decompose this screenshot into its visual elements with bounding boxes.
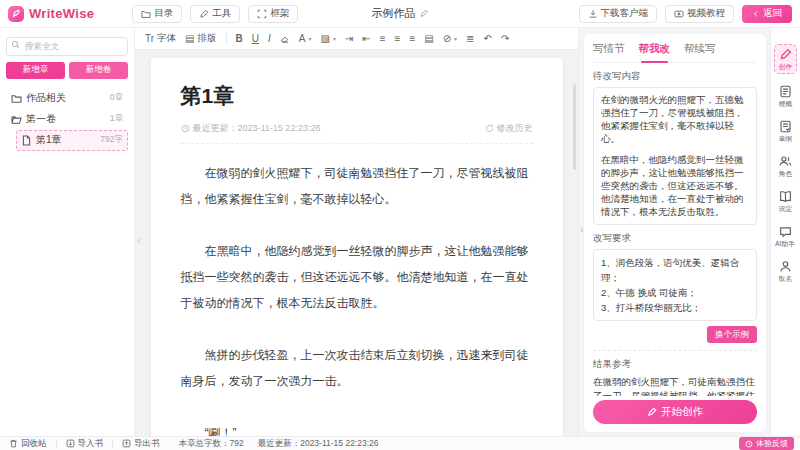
editor-scrollbar[interactable] [573, 84, 576, 170]
clear-format-icon[interactable] [280, 34, 290, 44]
font-color-picker[interactable]: A▾ [299, 34, 312, 44]
indent-icon[interactable]: ⇥ [345, 34, 353, 44]
chat-icon [779, 225, 792, 238]
paragraph: 煞拼的步伐轻盈，上一次攻击结束后立刻切换，迅速来到司徒南身后，发动了一次强力一击… [181, 342, 533, 394]
underline-icon[interactable]: U [252, 34, 259, 44]
line-spacing-icon[interactable]: ≣ [466, 34, 474, 44]
redo-icon[interactable]: ↷ [501, 34, 509, 44]
add-volume-button[interactable]: 新增卷 [69, 62, 128, 79]
catalog-button[interactable]: 目录 [132, 5, 182, 23]
collapse-sidebar-handle[interactable]: ‹ [137, 235, 140, 246]
back-label: 返回 [763, 7, 782, 20]
tree-item-label: 第一卷 [26, 112, 56, 126]
font-icon: Tr [145, 34, 154, 44]
italic-icon[interactable]: I [268, 34, 271, 44]
chevron-down-icon: ▾ [308, 35, 311, 42]
toolbar-divider [226, 33, 227, 44]
header-nav: 目录 工具 框架 [132, 5, 298, 23]
history-label: 修改历史 [497, 122, 533, 135]
recycle-bin-button[interactable]: 回收站 [0, 437, 56, 450]
history-icon [485, 124, 494, 133]
rail-item-naming[interactable]: 取名 [778, 260, 793, 284]
align-center-icon[interactable]: ≡ [395, 34, 401, 44]
chapter-title: 第1章 [181, 82, 533, 110]
align-right-icon[interactable]: ≡ [409, 34, 415, 44]
undo-icon[interactable]: ↶ [484, 34, 492, 44]
source-label: 待改写内容 [593, 70, 757, 83]
rail-item-label: 取名 [779, 275, 793, 284]
tree-item-works[interactable]: 作品相关 0章 [6, 88, 128, 109]
requirement-item: 1、润色段落，语句优美、逻辑合理； [601, 255, 749, 285]
tree-item-chapter1[interactable]: 第1章 792字 [16, 130, 128, 151]
folder-icon [11, 93, 22, 104]
source-textarea[interactable]: 在剑的微弱火光的照耀下，五德勉强挡住了一刀，尽管视线被阻挡，他紧紧握住宝剑，毫不… [593, 87, 757, 225]
feedback-label: 体验反馈 [756, 438, 788, 449]
rail-item-label: 设定 [779, 205, 793, 214]
layout-menu[interactable]: ▤ 排版 [185, 32, 216, 45]
characters-icon [779, 155, 792, 168]
tree-item-volume1[interactable]: 第一卷 1章 [6, 109, 128, 130]
catalog-icon [141, 9, 151, 19]
feedback-icon [745, 440, 753, 448]
last-updated-text: 最近更新：2023-11-15 22:23:26 [193, 122, 321, 135]
top-header: WriteWise 目录 工具 框架 示例作品 下载客户端 [0, 0, 800, 28]
layout-label: 排版 [198, 32, 217, 45]
add-chapter-button[interactable]: 新增章 [6, 62, 65, 79]
back-button[interactable]: 返回 [742, 5, 792, 23]
rail-item-creation[interactable]: 创作 [774, 44, 797, 74]
download-icon [588, 9, 598, 19]
align-left-icon[interactable]: ≡ [380, 34, 386, 44]
import-book-button[interactable]: 导入书 [57, 437, 113, 450]
work-title: 示例作品 [372, 6, 416, 21]
rail-item-characters[interactable]: 角色 [778, 155, 793, 179]
rail-item-label: 创作 [779, 63, 793, 72]
rail-item-settings[interactable]: 设定 [778, 190, 793, 214]
outdent-icon[interactable]: ⇤ [362, 34, 370, 44]
rail-item-label: AI助手 [776, 240, 796, 249]
revision-history-link[interactable]: 修改历史 [485, 122, 533, 135]
download-client-button[interactable]: 下载客户端 [579, 5, 658, 23]
import-icon [66, 439, 75, 448]
chevron-down-icon: ▾ [333, 35, 336, 42]
feedback-button[interactable]: 体验反馈 [739, 437, 794, 450]
bold-icon[interactable]: B [236, 34, 243, 44]
download-label: 下载客户端 [601, 7, 649, 20]
edit-title-icon[interactable] [420, 9, 429, 18]
synopsis-doc-icon [779, 85, 792, 98]
export-book-button[interactable]: 导出书 [113, 437, 169, 450]
collapse-panel-handle[interactable]: › [580, 224, 583, 235]
rail-item-outline[interactable]: 章纲 [778, 120, 793, 144]
frame-button[interactable]: 框架 [248, 5, 298, 23]
video-tutorial-button[interactable]: 视频教程 [665, 5, 734, 23]
requirements-textarea[interactable]: 1、润色段落，语句优美、逻辑合理； 2、午德 换成 司徒南； 3、打斗桥段华丽无… [593, 249, 757, 321]
tab-help-continue[interactable]: 帮续写 [684, 42, 716, 56]
justify-icon[interactable]: ▤ [424, 34, 433, 44]
search-input[interactable] [6, 37, 128, 56]
rail-item-ai-helper[interactable]: AI助手 [774, 225, 796, 249]
worldbook-icon [779, 190, 792, 203]
app-logo: WriteWise [8, 6, 94, 22]
creation-pen-icon [779, 48, 792, 61]
insert-menu[interactable]: ⊘▾ [443, 34, 457, 44]
statusbar-updated: 最近更新：2023-11-15 22:23:26 [258, 438, 379, 450]
manuscript-page[interactable]: 第1章 最近更新：2023-11-15 22:23:26 修改历史 在微弱的剑火… [151, 58, 563, 436]
chapter-count: 1章 [110, 113, 123, 125]
tab-write-plot[interactable]: 写情节 [593, 42, 625, 56]
requirement-item: 3、打斗桥段华丽无比； [601, 300, 749, 315]
rail-item-synopsis[interactable]: 梗概 [778, 85, 793, 109]
tools-button[interactable]: 工具 [190, 5, 240, 23]
chevron-down-icon: ▾ [454, 35, 457, 42]
font-menu[interactable]: Tr 字体 [145, 32, 176, 45]
start-creation-button[interactable]: 开始创作 [593, 400, 757, 424]
tab-help-rewrite[interactable]: 帮我改 [639, 42, 671, 56]
requirement-item: 2、午德 换成 司徒南； [601, 285, 749, 300]
word-count: 792字 [100, 134, 123, 146]
chapter-sidebar: 新增章 新增卷 作品相关 0章 第一卷 1章 第1章 792字 [0, 28, 135, 436]
naming-person-icon [779, 260, 792, 273]
paragraph: 在黑暗中，他隐约感觉到一丝轻微的脚步声，这让他勉强能够抵挡一些突然的袭击，但这还… [181, 238, 533, 316]
change-example-button[interactable]: 换个示例 [707, 326, 757, 343]
font-color-icon: A [299, 34, 306, 44]
insert-icon: ⊘ [443, 34, 451, 44]
highlight-picker[interactable]: ▨▾ [320, 34, 335, 44]
rail-item-label: 角色 [779, 170, 793, 179]
